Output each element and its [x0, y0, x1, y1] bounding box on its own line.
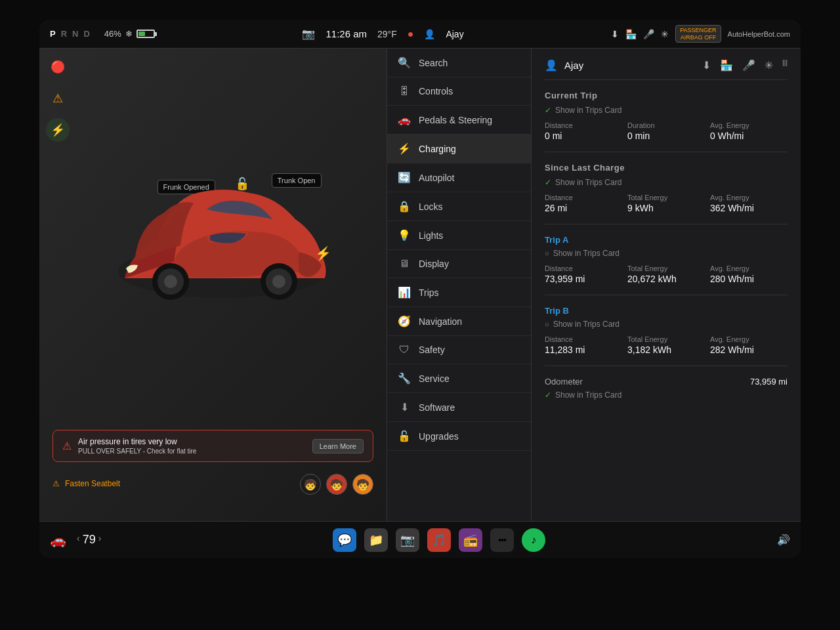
passenger-warning: PASSENGER AIRBAG OFF: [675, 25, 721, 43]
current-duration-stat: Duration 0 min: [627, 121, 705, 141]
alert-title: Air pressure in tires very low: [78, 437, 306, 446]
car-taskbar-icon[interactable]: 🚗: [50, 532, 66, 548]
prev-arrow[interactable]: ‹: [77, 533, 80, 547]
seatbelt-warning-icon: ⚠: [52, 479, 60, 488]
odometer-value: 73,959 mi: [750, 377, 788, 387]
search-menu-label: Search: [419, 58, 448, 68]
lightning-icon: ⚡: [315, 245, 331, 261]
profile-header: 👤 Ajay ⬇ 🏪 🎤 ✳ |||: [545, 59, 788, 80]
passenger-icon-child3[interactable]: 🧒: [352, 474, 373, 495]
learn-more-button[interactable]: Learn More: [312, 439, 364, 453]
trip-a-show-label: Show in Trips Card: [553, 249, 620, 258]
spotify-app-icon[interactable]: ♪: [522, 528, 545, 552]
radio-app-icon[interactable]: 📻: [459, 528, 482, 552]
passenger-icons: 🧒 🧒 🧒: [300, 474, 373, 495]
menu-item-navigation[interactable]: 🧭 Navigation: [387, 307, 531, 336]
current-distance-stat: Distance 0 mi: [545, 121, 622, 141]
software-label: Software: [419, 402, 455, 413]
alert-text: Air pressure in tires very low PULL OVER…: [78, 437, 306, 455]
bluetooth-top-icon[interactable]: ✳: [765, 59, 773, 72]
more-apps-icon[interactable]: •••: [490, 528, 514, 552]
tire-icon[interactable]: 🔴: [46, 55, 70, 79]
battery-area: 46% ❄: [104, 29, 155, 39]
warning-icon[interactable]: ⚠: [46, 87, 70, 110]
taskbar-arrows: ‹ 79 ›: [77, 533, 101, 547]
current-energy-stat: Avg. Energy 0 Wh/mi: [710, 121, 788, 141]
tripa-energy-label: Total Energy: [627, 264, 705, 272]
current-distance-value: 0 mi: [545, 131, 622, 141]
top-icons-row: ⬇ 🏪 🎤 ✳ |||: [702, 59, 788, 72]
trip-b-title[interactable]: Trip B: [545, 306, 788, 316]
charge-icon[interactable]: ⚡: [46, 118, 70, 142]
lights-label: Lights: [419, 230, 443, 241]
trip-b-show-label: Show in Trips Card: [553, 320, 620, 329]
profile-icon: 👤: [545, 59, 558, 72]
menu-item-charging[interactable]: ⚡ Charging: [387, 135, 531, 163]
menu-item-autopilot[interactable]: 🔄 Autopilot: [387, 163, 531, 192]
trip-b-show-check[interactable]: ○ Show in Trips Card: [545, 320, 788, 329]
camera-icon: 📷: [302, 28, 315, 40]
music-app-icon[interactable]: 🎵: [427, 528, 451, 552]
menu-item-pedals[interactable]: 🚗 Pedals & Steering: [387, 106, 531, 135]
menu-item-controls[interactable]: 🎛 Controls: [387, 77, 531, 106]
mic-top-icon[interactable]: 🎤: [742, 59, 755, 72]
menu-item-safety[interactable]: 🛡 Safety: [387, 336, 531, 364]
menu-item-search[interactable]: 🔍 Search: [387, 49, 531, 77]
volume-icon[interactable]: 🔊: [777, 534, 790, 546]
tripb-distance-stat: Distance 11,283 mi: [545, 335, 622, 355]
gear-n[interactable]: N: [72, 29, 79, 39]
passenger-icon-child1[interactable]: 🧒: [300, 474, 321, 495]
tripa-avg-value: 280 Wh/mi: [710, 274, 788, 284]
gear-indicators: P R N D: [50, 29, 91, 39]
service-icon: 🔧: [398, 372, 411, 385]
since-charge-show-check[interactable]: ✓ Show in Trips Card: [545, 178, 788, 187]
check-icon-tripa: ○: [545, 249, 549, 257]
temperature-taskbar: 79: [83, 533, 96, 547]
status-bar: P R N D 46% ❄ 📷 11:26 am 29°F ● 👤 Ajay ⬇…: [39, 20, 801, 49]
messages-app-icon[interactable]: 💬: [333, 528, 356, 552]
odometer-section: Odometer 73,959 mi ✓ Show in Trips Card: [545, 377, 788, 400]
camera-app-icon[interactable]: 📷: [396, 528, 419, 552]
current-trip-show-check[interactable]: ✓ Show in Trips Card: [545, 106, 788, 115]
since-energy-stat: Total Energy 9 kWh: [627, 194, 705, 213]
check-icon-current: ✓: [545, 106, 551, 115]
current-energy-label: Avg. Energy: [710, 121, 788, 129]
gear-d[interactable]: D: [83, 29, 91, 39]
current-duration-value: 0 min: [627, 131, 705, 141]
gear-p[interactable]: P: [50, 29, 57, 39]
menu-item-lights[interactable]: 💡 Lights: [387, 221, 531, 250]
current-trip-show-label: Show in Trips Card: [555, 106, 621, 115]
taskbar-apps: 💬 📁 📷 🎵 📻 ••• ♪: [112, 528, 766, 552]
passenger-icon-child2[interactable]: 🧒: [326, 474, 347, 495]
menu-item-display[interactable]: 🖥 Display: [387, 250, 531, 278]
since-avg-label: Avg. Energy: [710, 194, 788, 201]
service-label: Service: [419, 373, 450, 384]
navigation-label: Navigation: [419, 316, 462, 327]
download-top-icon[interactable]: ⬇: [702, 59, 711, 72]
check-icon-odo: ✓: [545, 390, 551, 400]
seatbelt-warning-text: Fasten Seatbelt: [65, 479, 120, 488]
tripa-distance-stat: Distance 73,959 mi: [545, 264, 622, 284]
next-arrow[interactable]: ›: [98, 533, 102, 547]
charging-icon: ⚡: [398, 142, 411, 155]
since-avg-energy-stat: Avg. Energy 362 Wh/mi: [710, 194, 788, 213]
pedals-label: Pedals & Steering: [419, 115, 492, 125]
current-trip-title: Current Trip: [545, 91, 788, 100]
menu-item-locks[interactable]: 🔒 Locks: [387, 192, 531, 221]
store-top-icon[interactable]: 🏪: [720, 59, 733, 72]
trip-a-show-check[interactable]: ○ Show in Trips Card: [545, 249, 788, 258]
trip-a-title[interactable]: Trip A: [545, 235, 788, 245]
since-distance-label: Distance: [545, 194, 622, 201]
menu-item-software[interactable]: ⬇ Software: [387, 393, 531, 422]
files-app-icon[interactable]: 📁: [364, 528, 388, 552]
menu-item-trips[interactable]: 📊 Trips: [387, 278, 531, 307]
menu-item-upgrades[interactable]: 🔓 Upgrades: [387, 422, 531, 451]
since-distance-stat: Distance 26 mi: [545, 194, 622, 213]
menu-item-service[interactable]: 🔧 Service: [387, 364, 531, 393]
since-energy-label: Total Energy: [627, 194, 705, 201]
tripb-energy-label: Total Energy: [627, 335, 705, 343]
right-panel: 👤 Ajay ⬇ 🏪 🎤 ✳ ||| Current Trip ✓ Show i…: [532, 49, 801, 521]
tripa-avg-stat: Avg. Energy 280 Wh/mi: [710, 264, 788, 284]
gear-r[interactable]: R: [61, 29, 68, 39]
odometer-show-check[interactable]: ✓ Show in Trips Card: [545, 390, 788, 400]
